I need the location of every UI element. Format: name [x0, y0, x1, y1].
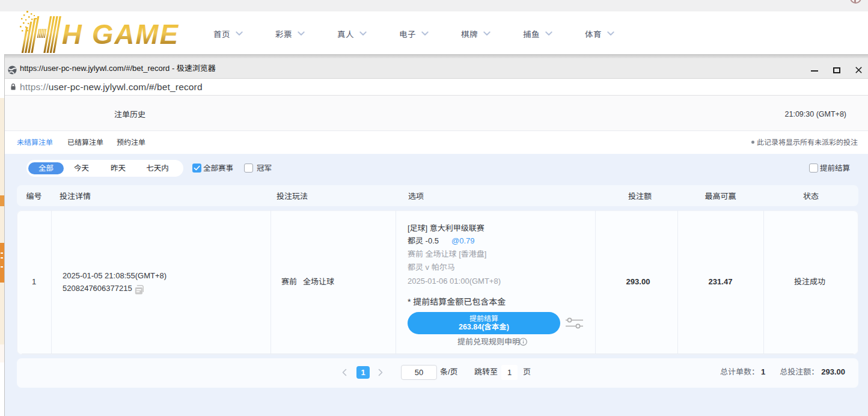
- svg-text:H GAME: H GAME: [62, 19, 179, 50]
